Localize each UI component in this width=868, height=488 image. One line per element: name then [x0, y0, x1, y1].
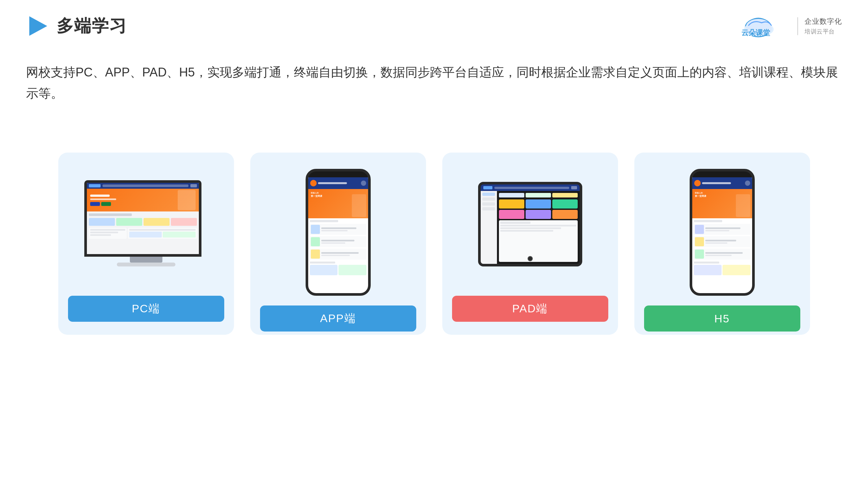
- app-button[interactable]: APP端: [260, 305, 416, 331]
- pc-screen: [84, 180, 202, 257]
- pc-stand: [130, 257, 162, 263]
- description-text: 网校支持PC、APP、PAD、H5，实现多端打通，终端自由切换，数据同步跨平台自…: [0, 49, 868, 123]
- pad-device-mockup: [478, 182, 582, 273]
- brand-logo: 云朵课堂: [739, 13, 791, 39]
- pc-mockup-area: [68, 169, 224, 286]
- page-header: 多端学习 云朵课堂 企业数字化: [0, 0, 868, 49]
- logo-right: 云朵课堂 企业数字化 培训云平台: [739, 13, 842, 39]
- pc-device-mockup: [84, 180, 208, 274]
- h5-phone-screen: 联接人的 第一堂网课: [692, 177, 752, 293]
- logo-left: 多端学习: [26, 14, 127, 37]
- h5-button[interactable]: H5: [644, 305, 800, 331]
- brand-subtitle: 培训云平台: [805, 28, 835, 35]
- tablet-home-button: [528, 256, 533, 261]
- tablet-outer: [478, 182, 582, 266]
- page-title: 多端学习: [57, 14, 127, 37]
- app-mockup-area: 联接人的 第一堂网课: [260, 169, 416, 296]
- h5-phone-notch: [712, 171, 732, 177]
- brand-tagline: 企业数字化: [805, 17, 842, 26]
- pad-card: PAD端: [442, 153, 618, 335]
- pc-base: [117, 263, 176, 266]
- app-phone-mockup: 联接人的 第一堂网课: [306, 169, 371, 296]
- pad-button[interactable]: PAD端: [452, 296, 608, 322]
- header-divider: [797, 17, 798, 35]
- h5-phone-mockup: 联接人的 第一堂网课: [690, 169, 755, 296]
- pc-card: PC端: [58, 153, 234, 335]
- app-phone-outer: 联接人的 第一堂网课: [306, 169, 371, 296]
- pad-mockup-area: [452, 169, 608, 286]
- app-phone-screen: 联接人的 第一堂网课: [308, 177, 368, 293]
- device-cards-section: PC端: [0, 133, 868, 354]
- phone-notch: [329, 171, 348, 177]
- brand-text-group: 企业数字化 培训云平台: [805, 17, 842, 35]
- h5-card: 联接人的 第一堂网课: [634, 153, 810, 335]
- h5-mockup-area: 联接人的 第一堂网课: [644, 169, 800, 296]
- svg-marker-0: [29, 16, 47, 36]
- app-card: 联接人的 第一堂网课: [250, 153, 426, 335]
- h5-phone-outer: 联接人的 第一堂网课: [690, 169, 755, 296]
- play-icon: [26, 14, 49, 37]
- pc-button[interactable]: PC端: [68, 296, 224, 322]
- svg-text:云朵课堂: 云朵课堂: [741, 29, 770, 37]
- cloud-logo-icon: 云朵课堂: [739, 13, 791, 39]
